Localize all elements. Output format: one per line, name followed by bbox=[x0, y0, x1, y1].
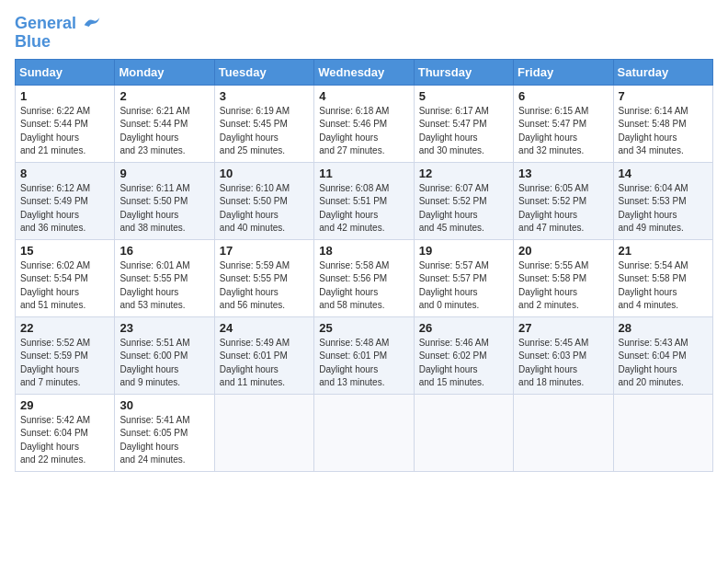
day-info: Sunrise: 6:01 AMSunset: 5:55 PMDaylight … bbox=[119, 259, 209, 313]
day-number: 24 bbox=[220, 321, 309, 335]
calendar-cell: 2 Sunrise: 6:21 AMSunset: 5:44 PMDayligh… bbox=[115, 85, 214, 162]
calendar-cell: 25 Sunrise: 5:48 AMSunset: 6:01 PMDaylig… bbox=[314, 316, 414, 394]
day-number: 27 bbox=[518, 321, 608, 335]
day-number: 14 bbox=[619, 167, 708, 180]
calendar-cell: 22 Sunrise: 5:52 AMSunset: 5:59 PMDaylig… bbox=[16, 316, 115, 394]
logo-blue: Blue bbox=[15, 33, 51, 52]
day-info: Sunrise: 5:43 AMSunset: 6:04 PMDaylight … bbox=[619, 337, 708, 390]
calendar-cell: 11 Sunrise: 6:08 AMSunset: 5:51 PMDaylig… bbox=[314, 162, 414, 239]
calendar-cell: 1 Sunrise: 6:22 AMSunset: 5:44 PMDayligh… bbox=[16, 85, 115, 162]
day-number: 28 bbox=[619, 321, 708, 335]
day-number: 11 bbox=[319, 167, 408, 180]
day-info: Sunrise: 5:46 AMSunset: 6:02 PMDaylight … bbox=[419, 337, 508, 390]
day-info: Sunrise: 5:58 AMSunset: 5:56 PMDaylight … bbox=[319, 259, 408, 313]
day-number: 15 bbox=[20, 244, 109, 258]
calendar-cell: 4 Sunrise: 6:18 AMSunset: 5:46 PMDayligh… bbox=[314, 85, 414, 162]
calendar-cell: 30 Sunrise: 5:41 AMSunset: 6:05 PMDaylig… bbox=[115, 394, 214, 471]
calendar-cell: 13 Sunrise: 6:05 AMSunset: 5:52 PMDaylig… bbox=[514, 162, 613, 239]
day-info: Sunrise: 6:21 AMSunset: 5:44 PMDaylight … bbox=[119, 105, 209, 158]
day-number: 13 bbox=[518, 167, 608, 180]
day-number: 23 bbox=[119, 321, 209, 335]
day-info: Sunrise: 5:51 AMSunset: 6:00 PMDaylight … bbox=[119, 337, 209, 390]
col-header-wednesday: Wednesday bbox=[314, 59, 414, 85]
calendar-week-4: 22 Sunrise: 5:52 AMSunset: 5:59 PMDaylig… bbox=[16, 316, 713, 394]
logo-text: General bbox=[15, 15, 101, 33]
day-info: Sunrise: 6:22 AMSunset: 5:44 PMDaylight … bbox=[20, 105, 109, 158]
col-header-tuesday: Tuesday bbox=[214, 59, 313, 85]
calendar-week-1: 1 Sunrise: 6:22 AMSunset: 5:44 PMDayligh… bbox=[16, 85, 713, 162]
day-info: Sunrise: 6:17 AMSunset: 5:47 PMDaylight … bbox=[419, 105, 508, 158]
day-number: 26 bbox=[419, 321, 508, 335]
calendar-cell: 24 Sunrise: 5:49 AMSunset: 6:01 PMDaylig… bbox=[214, 316, 313, 394]
col-header-friday: Friday bbox=[514, 59, 613, 85]
day-number: 12 bbox=[419, 167, 508, 180]
day-number: 25 bbox=[319, 321, 408, 335]
day-info: Sunrise: 6:14 AMSunset: 5:48 PMDaylight … bbox=[619, 105, 708, 158]
calendar-cell bbox=[414, 394, 513, 471]
day-number: 22 bbox=[20, 321, 109, 335]
day-number: 17 bbox=[220, 244, 309, 258]
logo: General Blue bbox=[15, 15, 101, 52]
day-info: Sunrise: 5:52 AMSunset: 5:59 PMDaylight … bbox=[20, 337, 109, 390]
day-number: 9 bbox=[119, 167, 209, 180]
calendar-cell bbox=[613, 394, 712, 471]
page-header: General Blue bbox=[15, 15, 713, 52]
calendar-cell: 5 Sunrise: 6:17 AMSunset: 5:47 PMDayligh… bbox=[414, 85, 513, 162]
col-header-sunday: Sunday bbox=[16, 59, 115, 85]
day-info: Sunrise: 6:04 AMSunset: 5:53 PMDaylight … bbox=[619, 182, 708, 236]
col-header-monday: Monday bbox=[115, 59, 214, 85]
day-number: 29 bbox=[20, 398, 109, 412]
day-info: Sunrise: 5:55 AMSunset: 5:58 PMDaylight … bbox=[518, 259, 608, 313]
calendar-cell: 26 Sunrise: 5:46 AMSunset: 6:02 PMDaylig… bbox=[414, 316, 513, 394]
day-number: 3 bbox=[220, 89, 309, 103]
calendar-cell: 12 Sunrise: 6:07 AMSunset: 5:52 PMDaylig… bbox=[414, 162, 513, 239]
day-info: Sunrise: 6:15 AMSunset: 5:47 PMDaylight … bbox=[518, 105, 608, 158]
day-info: Sunrise: 6:08 AMSunset: 5:51 PMDaylight … bbox=[319, 182, 408, 236]
day-number: 19 bbox=[419, 244, 508, 258]
day-info: Sunrise: 5:57 AMSunset: 5:57 PMDaylight … bbox=[419, 259, 508, 313]
day-number: 4 bbox=[319, 89, 408, 103]
calendar-cell: 9 Sunrise: 6:11 AMSunset: 5:50 PMDayligh… bbox=[115, 162, 214, 239]
calendar-cell bbox=[514, 394, 613, 471]
day-number: 5 bbox=[419, 89, 508, 103]
day-number: 6 bbox=[518, 89, 608, 103]
day-info: Sunrise: 5:45 AMSunset: 6:03 PMDaylight … bbox=[518, 337, 608, 390]
calendar-cell: 6 Sunrise: 6:15 AMSunset: 5:47 PMDayligh… bbox=[514, 85, 613, 162]
day-number: 2 bbox=[119, 89, 209, 103]
day-number: 20 bbox=[518, 244, 608, 258]
calendar-cell: 10 Sunrise: 6:10 AMSunset: 5:50 PMDaylig… bbox=[214, 162, 313, 239]
calendar-week-2: 8 Sunrise: 6:12 AMSunset: 5:49 PMDayligh… bbox=[16, 162, 713, 239]
day-info: Sunrise: 6:05 AMSunset: 5:52 PMDaylight … bbox=[518, 182, 608, 236]
calendar-cell: 29 Sunrise: 5:42 AMSunset: 6:04 PMDaylig… bbox=[16, 394, 115, 471]
day-info: Sunrise: 5:49 AMSunset: 6:01 PMDaylight … bbox=[220, 337, 309, 390]
calendar-cell: 18 Sunrise: 5:58 AMSunset: 5:56 PMDaylig… bbox=[314, 239, 414, 316]
day-info: Sunrise: 5:41 AMSunset: 6:05 PMDaylight … bbox=[119, 414, 209, 467]
calendar-cell: 17 Sunrise: 5:59 AMSunset: 5:55 PMDaylig… bbox=[214, 239, 313, 316]
calendar-cell: 8 Sunrise: 6:12 AMSunset: 5:49 PMDayligh… bbox=[16, 162, 115, 239]
logo-general: General bbox=[15, 14, 76, 32]
day-info: Sunrise: 5:54 AMSunset: 5:58 PMDaylight … bbox=[619, 259, 708, 313]
calendar-cell: 23 Sunrise: 5:51 AMSunset: 6:00 PMDaylig… bbox=[115, 316, 214, 394]
calendar-table: SundayMondayTuesdayWednesdayThursdayFrid… bbox=[15, 59, 713, 472]
calendar-cell: 7 Sunrise: 6:14 AMSunset: 5:48 PMDayligh… bbox=[613, 85, 712, 162]
col-header-saturday: Saturday bbox=[613, 59, 712, 85]
calendar-week-3: 15 Sunrise: 6:02 AMSunset: 5:54 PMDaylig… bbox=[16, 239, 713, 316]
day-info: Sunrise: 6:11 AMSunset: 5:50 PMDaylight … bbox=[119, 182, 209, 236]
day-number: 16 bbox=[119, 244, 209, 258]
day-info: Sunrise: 6:18 AMSunset: 5:46 PMDaylight … bbox=[319, 105, 408, 158]
day-number: 7 bbox=[619, 89, 708, 103]
day-info: Sunrise: 6:07 AMSunset: 5:52 PMDaylight … bbox=[419, 182, 508, 236]
day-info: Sunrise: 6:19 AMSunset: 5:45 PMDaylight … bbox=[220, 105, 309, 158]
day-number: 21 bbox=[619, 244, 708, 258]
day-info: Sunrise: 5:42 AMSunset: 6:04 PMDaylight … bbox=[20, 414, 109, 467]
calendar-cell: 16 Sunrise: 6:01 AMSunset: 5:55 PMDaylig… bbox=[115, 239, 214, 316]
calendar-cell bbox=[314, 394, 414, 471]
day-number: 1 bbox=[20, 89, 109, 103]
calendar-week-5: 29 Sunrise: 5:42 AMSunset: 6:04 PMDaylig… bbox=[16, 394, 713, 471]
col-header-thursday: Thursday bbox=[414, 59, 513, 85]
calendar-header-row: SundayMondayTuesdayWednesdayThursdayFrid… bbox=[16, 59, 713, 85]
calendar-cell: 27 Sunrise: 5:45 AMSunset: 6:03 PMDaylig… bbox=[514, 316, 613, 394]
day-number: 18 bbox=[319, 244, 408, 258]
calendar-cell: 3 Sunrise: 6:19 AMSunset: 5:45 PMDayligh… bbox=[214, 85, 313, 162]
day-number: 8 bbox=[20, 167, 109, 180]
